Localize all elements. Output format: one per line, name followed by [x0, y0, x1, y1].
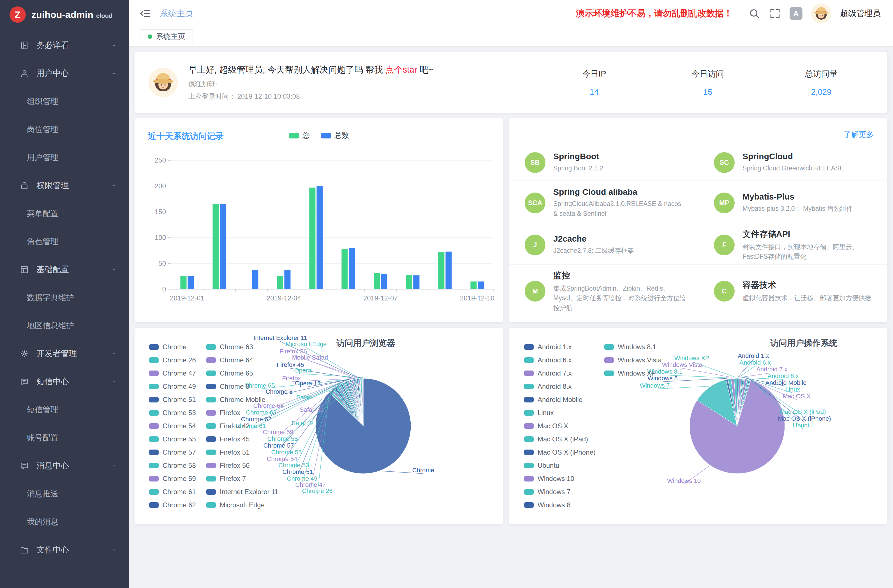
tech-badge-icon: F — [714, 235, 735, 255]
sidebar-item[interactable]: 消息中心 — [0, 452, 129, 480]
sidebar-subitem[interactable]: 数据字典维护 — [0, 284, 129, 312]
legend-label: Linux — [538, 409, 553, 417]
svg-text:Chrome 51: Chrome 51 — [283, 468, 313, 475]
legend-item[interactable]: Android 8.x — [524, 380, 595, 393]
legend-item[interactable]: Firefox 56 — [206, 459, 278, 472]
legend-item[interactable]: Windows XP — [604, 367, 662, 380]
app-logo[interactable]: Z zuihou-admincloud — [0, 0, 129, 29]
sidebar-item[interactable]: 权限管理 — [0, 171, 129, 200]
svg-text:Mac OS X: Mac OS X — [783, 393, 811, 400]
legend-item[interactable]: 总数 — [321, 131, 349, 140]
stat-label: 总访问量 — [791, 68, 852, 80]
legend-item[interactable]: Mac OS X (iPhone) — [524, 446, 595, 459]
sidebar-item[interactable]: 文件中心 — [0, 536, 129, 564]
legend-item[interactable]: Android 1.x — [524, 340, 595, 353]
legend-item[interactable]: Linux — [524, 406, 595, 419]
search-icon[interactable] — [748, 7, 761, 20]
fullscreen-icon[interactable] — [769, 7, 781, 20]
font-size-icon[interactable]: A — [789, 7, 803, 20]
legend-item[interactable]: Windows 8 — [524, 498, 595, 511]
legend-item[interactable]: Mac OS X — [524, 419, 595, 432]
legend-item[interactable]: Chrome — [149, 340, 196, 353]
legend-item[interactable]: Chrome 53 — [149, 406, 196, 419]
sidebar-item[interactable]: 开发者管理 — [0, 340, 129, 368]
tech-badge-icon: C — [714, 281, 735, 302]
legend-item[interactable]: Chrome 57 — [149, 446, 196, 459]
breadcrumb[interactable]: 系统主页 — [160, 8, 193, 20]
sidebar-subitem[interactable]: 用户管理 — [0, 143, 129, 171]
learn-more-link[interactable]: 了解更多 — [844, 129, 874, 140]
username[interactable]: 超级管理员 — [840, 8, 881, 19]
legend-item[interactable]: Chrome 65 — [206, 367, 278, 380]
svg-text:Chrome: Chrome — [412, 467, 434, 474]
legend-item[interactable]: Android 7.x — [524, 367, 595, 380]
legend-chip — [524, 463, 534, 468]
tab-home[interactable]: 系统主页 — [140, 29, 193, 44]
chevron-down-icon — [110, 350, 118, 357]
legend-item[interactable]: Chrome 59 — [149, 472, 196, 485]
legend-label: Mac OS X (iPad) — [538, 435, 588, 443]
legend-item[interactable]: 您 — [289, 131, 310, 140]
svg-text:Windows 7: Windows 7 — [640, 382, 670, 389]
legend-chip — [524, 436, 534, 442]
legend-item[interactable]: Internet Explorer 11 — [206, 485, 278, 498]
legend-chip — [149, 450, 159, 455]
legend-item[interactable]: Chrome 61 — [149, 485, 196, 498]
sidebar-subitem[interactable]: 组织管理 — [0, 87, 129, 116]
legend-item[interactable]: Chrome Mobile — [206, 393, 278, 406]
sidebar-item[interactable]: 基础配置 — [0, 256, 129, 284]
legend-item[interactable]: Chrome 54 — [149, 419, 196, 432]
legend-item[interactable]: Windows 7 — [524, 485, 595, 498]
greeting-subtitle: 疯狂加班~ — [188, 80, 433, 89]
legend-label: Chrome 63 — [220, 343, 253, 351]
legend-item[interactable]: Firefox — [206, 406, 278, 419]
sidebar-item[interactable]: 用户中心 — [0, 59, 129, 87]
sidebar-subitem[interactable]: 账号配置 — [0, 424, 129, 452]
legend-item[interactable]: Chrome 63 — [206, 340, 278, 353]
legend-item[interactable]: Chrome 62 — [149, 498, 196, 511]
user-avatar[interactable] — [811, 3, 831, 24]
legend-item[interactable]: Firefox 51 — [206, 446, 278, 459]
legend-item[interactable]: Android Mobile — [524, 393, 595, 406]
stat-value[interactable]: 14 — [564, 87, 625, 97]
sidebar-item[interactable]: 短信中心 — [0, 368, 129, 396]
legend-item[interactable]: Chrome 49 — [149, 380, 196, 393]
legend-item[interactable]: Chrome 58 — [149, 459, 196, 472]
legend-item[interactable]: Mac OS X (iPad) — [524, 432, 595, 446]
star-link[interactable]: 点个star — [385, 65, 417, 75]
sidebar-subitem[interactable]: 短信管理 — [0, 396, 129, 424]
sidebar-subitem[interactable]: 地区信息维护 — [0, 312, 129, 340]
legend-item[interactable]: Chrome 55 — [149, 432, 196, 446]
legend-item[interactable]: Chrome 51 — [149, 393, 196, 406]
legend-label: Android Mobile — [538, 396, 582, 404]
chevron-down-icon — [110, 266, 118, 273]
legend-item[interactable]: Chrome 26 — [149, 353, 196, 367]
legend-item[interactable]: Chrome 8 — [206, 380, 278, 393]
legend-item[interactable]: Windows 10 — [524, 472, 595, 485]
legend-chip — [206, 410, 216, 416]
legend-chip — [206, 423, 216, 429]
legend-item[interactable]: Chrome 47 — [149, 367, 196, 380]
sidebar-subitem[interactable]: 消息推送 — [0, 480, 129, 508]
tech-item: F文件存储API封装文件接口，实现本地存储、阿里云、FastDFS存储的配置化 — [698, 226, 887, 265]
sidebar-subitem[interactable]: 岗位管理 — [0, 116, 129, 143]
legend-item[interactable]: Firefox 42 — [206, 419, 278, 432]
legend-item[interactable]: Windows Vista — [604, 353, 662, 367]
stat-value[interactable]: 15 — [677, 87, 738, 97]
legend-item[interactable]: Windows 8.1 — [604, 340, 662, 353]
legend-label: Ubuntu — [538, 462, 559, 469]
legend-item[interactable]: Firefox 7 — [206, 472, 278, 485]
legend-item[interactable]: Microsoft Edge — [206, 498, 278, 511]
collapse-menu-icon[interactable] — [139, 7, 151, 20]
svg-text:Microsoft Edge: Microsoft Edge — [286, 340, 327, 347]
legend-item[interactable]: Android 6.x — [524, 353, 595, 367]
sidebar-subitem[interactable]: 我的消息 — [0, 508, 129, 536]
stat-value[interactable]: 2,029 — [791, 87, 852, 97]
sidebar-item[interactable]: 务必详看 — [0, 32, 129, 59]
legend-item[interactable]: Chrome 64 — [206, 353, 278, 367]
sidebar-subitem[interactable]: 菜单配置 — [0, 200, 129, 227]
legend-chip — [604, 344, 614, 350]
legend-item[interactable]: Firefox 45 — [206, 432, 278, 446]
legend-item[interactable]: Ubuntu — [524, 459, 595, 472]
sidebar-subitem[interactable]: 角色管理 — [0, 227, 129, 256]
